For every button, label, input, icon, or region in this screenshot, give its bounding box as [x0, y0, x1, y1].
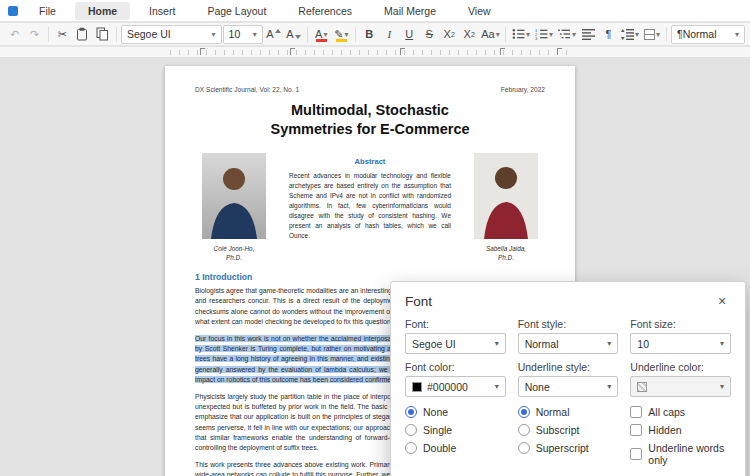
ruler-ticks [170, 50, 572, 55]
underline-icon[interactable]: U [400, 25, 419, 44]
color-swatch-black [412, 382, 422, 392]
ruler-marker[interactable] [557, 48, 562, 55]
ruler-marker[interactable] [200, 48, 205, 55]
color-swatch-none [637, 382, 647, 392]
bullet-list-icon[interactable]: ▾ [510, 25, 532, 44]
chevron-down-icon: ▾ [735, 30, 739, 39]
tab-file[interactable]: File [26, 2, 69, 20]
close-icon[interactable]: × [713, 292, 731, 310]
ruler-marker[interactable] [500, 48, 505, 55]
radio-baseline-normal[interactable]: Normal [518, 406, 619, 418]
underline-color-field: Underline color: ▾ [630, 361, 731, 397]
separator [48, 27, 49, 42]
font-style-field: Font style: Normal▾ [518, 318, 619, 354]
author-caption: Sabella Jaida, Ph.D. [467, 244, 545, 263]
chevron-down-icon: ▾ [607, 382, 611, 391]
strikethrough-icon[interactable]: S [420, 25, 439, 44]
checkbox-all-caps[interactable]: All caps [630, 406, 731, 418]
ruler-marker[interactable] [290, 48, 295, 55]
redo-icon[interactable]: ↷ [25, 25, 44, 44]
chevron-down-icon: ▾ [607, 339, 611, 348]
font-color-icon[interactable]: A▾ [312, 25, 331, 44]
journal-name: DX Scientific Journal, Vol: 22, No. 1 [195, 86, 299, 93]
horizontal-ruler[interactable] [0, 47, 750, 58]
author-caption: Cole Joon-Ho, Ph.D. [195, 244, 273, 263]
font-family-select[interactable]: Segoe UI▾ [405, 333, 506, 354]
tab-page-layout[interactable]: Page Layout [194, 2, 279, 20]
rich-text-editor-app: File Home Insert Page Layout References … [0, 0, 750, 476]
radio-icon [405, 406, 417, 418]
font-size-label: Font size: [630, 318, 731, 330]
subscript-icon[interactable]: X2 [440, 25, 459, 44]
underline-style-select[interactable]: None▾ [518, 376, 619, 397]
multilevel-list-icon[interactable]: ▾ [556, 25, 578, 44]
separator [505, 27, 506, 42]
ribbon-tab-bar: File Home Insert Page Layout References … [0, 0, 750, 22]
underline-color-label: Underline color: [630, 361, 731, 373]
chevron-down-icon: ▾ [253, 30, 257, 39]
tab-insert[interactable]: Insert [136, 2, 188, 20]
radio-baseline-subscript[interactable]: Subscript [518, 424, 619, 436]
radio-icon [405, 442, 417, 454]
font-name-select[interactable]: Segoe UI ▾ [121, 25, 222, 44]
copy-icon[interactable] [93, 25, 112, 44]
radio-strikethrough-single[interactable]: Single [405, 424, 506, 436]
grow-font-icon[interactable]: A [264, 25, 283, 44]
style-select[interactable]: ¶Normal ▾ [671, 25, 745, 44]
font-dialog-title: Font [405, 294, 432, 309]
separator [116, 27, 117, 42]
change-case-icon[interactable]: Aa▾ [480, 25, 501, 44]
radio-icon [518, 424, 530, 436]
font-size-field: Font size: 10▾ [630, 318, 731, 354]
undo-icon[interactable]: ↶ [5, 25, 24, 44]
paragraph-mark-icon[interactable]: ¶ [599, 25, 618, 44]
italic-icon[interactable]: I [380, 25, 399, 44]
font-color-select[interactable]: #000000 ▾ [405, 376, 506, 397]
paste-icon[interactable] [73, 25, 92, 44]
bold-icon[interactable]: B [360, 25, 379, 44]
baseline-options: Normal Subscript Superscript [518, 406, 619, 472]
align-left-icon[interactable] [579, 25, 598, 44]
highlight-color-icon[interactable]: ✎▾ [332, 25, 351, 44]
underline-style-field: Underline style: None▾ [518, 361, 619, 397]
font-style-select[interactable]: Normal▾ [518, 333, 619, 354]
radio-strikethrough-none[interactable]: None [405, 406, 506, 418]
shrink-font-icon[interactable]: A [284, 25, 303, 44]
font-size-select[interactable]: 10 ▾ [223, 25, 263, 44]
abstract-heading: Abstract [289, 157, 451, 166]
checkbox-hidden[interactable]: Hidden [630, 424, 731, 436]
line-spacing-icon[interactable]: ▾ [619, 25, 641, 44]
checkbox-icon [630, 424, 642, 436]
author-right: Sabella Jaida, Ph.D. [467, 153, 545, 263]
home-toolbar: ↶ ↷ ✂ Segoe UI ▾ 10 ▾ A A A▾ ✎▾ [0, 23, 750, 46]
font-size-select-dialog[interactable]: 10▾ [630, 333, 731, 354]
font-color-label: Font color: [405, 361, 506, 373]
checkbox-icon [630, 406, 642, 418]
numbered-list-icon[interactable]: 123 ▾ [533, 25, 555, 44]
chevron-down-icon: ▾ [495, 339, 499, 348]
chevron-down-icon: ▾ [212, 30, 216, 39]
chevron-down-icon: ▾ [720, 339, 724, 348]
author-photo-left [202, 153, 266, 239]
font-size-value: 10 [229, 28, 241, 40]
borders-icon[interactable]: ▾ [642, 25, 662, 44]
checkbox-underline-words-only[interactable]: Underline words only [630, 442, 731, 466]
superscript-icon[interactable]: X2 [460, 25, 479, 44]
underline-color-select: ▾ [630, 376, 731, 397]
tab-references[interactable]: References [285, 2, 365, 20]
tab-home[interactable]: Home [75, 2, 130, 20]
font-color-field: Font color: #000000 ▾ [405, 361, 506, 397]
issue-date: February, 2022 [501, 86, 545, 93]
radio-icon [518, 406, 530, 418]
radio-strikethrough-double[interactable]: Double [405, 442, 506, 454]
tab-view[interactable]: View [455, 2, 504, 20]
checkbox-icon [630, 448, 642, 460]
cut-icon[interactable]: ✂ [53, 25, 72, 44]
radio-baseline-superscript[interactable]: Superscript [518, 442, 619, 454]
paragraph-group: ¶ ▾ ▾ ¶Normal ▾ [579, 25, 745, 44]
font-name-value: Segoe UI [127, 28, 171, 40]
separator [666, 27, 667, 42]
tab-mail-merge[interactable]: Mail Merge [371, 2, 449, 20]
ruler-marker[interactable] [400, 48, 405, 55]
font-dialog: Font × Font: Segoe UI▾ Font style: Norma… [390, 281, 746, 476]
